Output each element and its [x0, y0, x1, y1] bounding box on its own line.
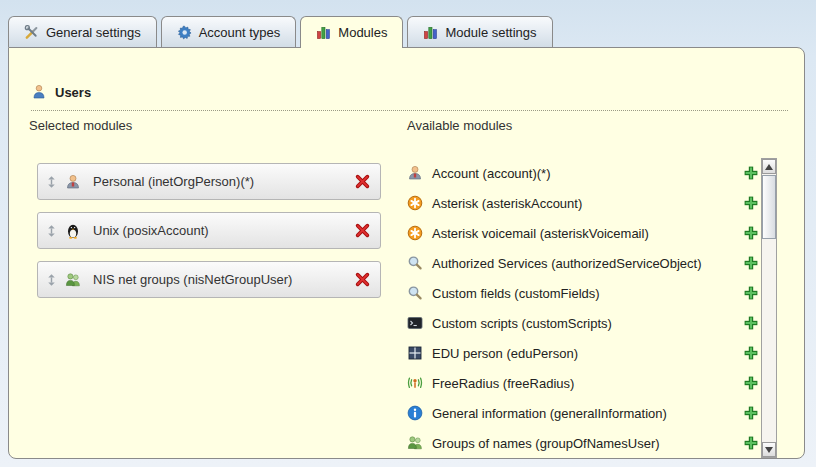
available-module-label: Custom fields (customFields) [432, 286, 734, 301]
selected-modules-list: Personal (inetOrgPerson)(*) Unix (posixA… [37, 163, 381, 310]
add-module-button[interactable] [743, 435, 759, 451]
user-icon [31, 84, 47, 100]
gear-icon [177, 25, 192, 40]
available-module-label: Custom scripts (customScripts) [432, 316, 734, 331]
tab-account-types[interactable]: Account types [161, 16, 297, 47]
add-module-button[interactable] [743, 285, 759, 301]
available-module-label: General information (generalInformation) [432, 406, 734, 421]
add-module-button[interactable] [743, 315, 759, 331]
available-module-row: Authorized Services (authorizedServiceOb… [407, 248, 759, 278]
chart-icon [423, 25, 438, 40]
tab-modules[interactable]: Modules [300, 16, 403, 48]
delete-icon [354, 222, 371, 239]
scroll-down-button[interactable] [762, 442, 776, 457]
radio-icon [407, 375, 423, 391]
add-icon [743, 345, 759, 361]
available-module-label: EDU person (eduPerson) [432, 346, 734, 361]
add-icon [743, 225, 759, 241]
down-arrow-icon [765, 447, 773, 453]
selected-modules-label: Selected modules [29, 118, 132, 133]
add-icon [743, 255, 759, 271]
available-module-row: EDU person (eduPerson) [407, 338, 759, 368]
available-modules-list: Account (account)(*) Asterisk (asteriskA… [407, 158, 759, 458]
scroll-thumb[interactable] [762, 175, 776, 239]
penguin-icon [65, 223, 81, 239]
up-arrow-icon [765, 164, 773, 170]
tab-label: Modules [338, 25, 387, 40]
users-section-heading: Users [31, 84, 788, 111]
available-module-label: FreeRadius (freeRadius) [432, 376, 734, 391]
add-icon [743, 435, 759, 451]
available-module-row: Asterisk voicemail (asteriskVoicemail) [407, 218, 759, 248]
asterisk-icon [407, 225, 423, 241]
add-icon [743, 315, 759, 331]
section-title: Users [55, 85, 91, 100]
remove-module-button[interactable] [354, 222, 371, 239]
add-module-button[interactable] [743, 255, 759, 271]
asterisk-icon [407, 195, 423, 211]
tools-icon [24, 25, 39, 40]
add-icon [743, 195, 759, 211]
group-icon [407, 435, 423, 451]
tab-module-settings[interactable]: Module settings [407, 16, 552, 47]
available-module-label: Asterisk voicemail (asteriskVoicemail) [432, 226, 734, 241]
magnifier-icon [407, 285, 423, 301]
delete-icon [354, 271, 371, 288]
delete-icon [354, 173, 371, 190]
available-module-row: General information (generalInformation) [407, 398, 759, 428]
available-modules-label: Available modules [407, 118, 512, 133]
person-icon [65, 174, 81, 190]
selected-module-label: Unix (posixAccount) [93, 223, 354, 238]
selected-module-item[interactable]: Unix (posixAccount) [37, 212, 381, 249]
add-icon [743, 165, 759, 181]
selected-module-item[interactable]: NIS net groups (nisNetGroupUser) [37, 261, 381, 298]
available-module-row: Asterisk (asteriskAccount) [407, 188, 759, 218]
person-icon [407, 165, 423, 181]
chart-icon [316, 25, 331, 40]
available-module-label: Authorized Services (authorizedServiceOb… [432, 256, 734, 271]
drag-handle-icon[interactable] [47, 224, 56, 238]
tab-bar: General settings Account types Modules M… [8, 16, 553, 47]
drag-handle-icon[interactable] [47, 175, 56, 189]
add-module-button[interactable] [743, 225, 759, 241]
add-icon [743, 285, 759, 301]
drag-handle-icon[interactable] [47, 273, 56, 287]
available-module-row: FreeRadius (freeRadius) [407, 368, 759, 398]
selected-module-label: NIS net groups (nisNetGroupUser) [93, 272, 354, 287]
add-module-button[interactable] [743, 165, 759, 181]
scroll-up-button[interactable] [762, 159, 776, 174]
available-module-row: Custom scripts (customScripts) [407, 308, 759, 338]
available-module-row: Groups of names (groupOfNamesUser) [407, 428, 759, 458]
selected-module-label: Personal (inetOrgPerson)(*) [93, 174, 354, 189]
tab-label: Module settings [445, 25, 536, 40]
available-module-row: Custom fields (customFields) [407, 278, 759, 308]
tab-general-settings[interactable]: General settings [8, 16, 157, 47]
remove-module-button[interactable] [354, 173, 371, 190]
add-module-button[interactable] [743, 375, 759, 391]
scrollbar[interactable] [761, 158, 777, 458]
available-module-label: Asterisk (asteriskAccount) [432, 196, 734, 211]
info-icon [407, 405, 423, 421]
available-module-label: Account (account)(*) [432, 166, 734, 181]
selected-module-item[interactable]: Personal (inetOrgPerson)(*) [37, 163, 381, 200]
available-module-label: Groups of names (groupOfNamesUser) [432, 436, 734, 451]
tab-label: Account types [199, 25, 281, 40]
add-module-button[interactable] [743, 345, 759, 361]
add-icon [743, 375, 759, 391]
available-module-row: Account (account)(*) [407, 158, 759, 188]
magnifier-icon [407, 255, 423, 271]
add-icon [743, 405, 759, 421]
remove-module-button[interactable] [354, 271, 371, 288]
terminal-icon [407, 315, 423, 331]
group-icon [65, 272, 81, 288]
add-module-button[interactable] [743, 405, 759, 421]
edu-grid-icon [407, 345, 423, 361]
tab-label: General settings [46, 25, 141, 40]
add-module-button[interactable] [743, 195, 759, 211]
content-panel: Users Selected modules Available modules… [8, 47, 805, 459]
